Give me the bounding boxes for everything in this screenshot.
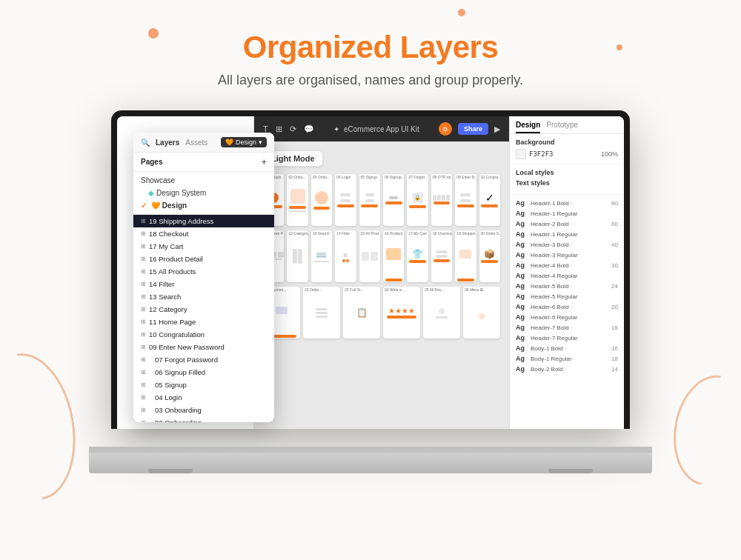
layer-item-signup-filled[interactable]: ⊞ 06 Signup Filled bbox=[133, 366, 274, 379]
style-row: AgBody-1 Bold ·16 bbox=[516, 343, 618, 353]
toolbar-right: D Share ▶ bbox=[439, 122, 500, 136]
layer-item-all-products[interactable]: ⊞ 15 All Products bbox=[133, 265, 274, 278]
layer-item-login[interactable]: ⊞ 04 Login bbox=[133, 391, 274, 404]
pages-label: Pages bbox=[141, 158, 162, 166]
layer-grid-icon: ⊞ bbox=[141, 356, 146, 363]
dot-decoration-2 bbox=[458, 9, 465, 16]
screen-thumb: 06 Signup... bbox=[383, 174, 404, 226]
pages-row: Pages + bbox=[133, 153, 274, 172]
layer-grid-icon: ⊞ bbox=[141, 319, 146, 325]
present-icon[interactable]: ▶ bbox=[494, 124, 500, 134]
screen-thumb: 07 Forgot... 🔒 bbox=[407, 174, 428, 226]
pages-list: Showcase ◆Design System ✓ 🧡Design bbox=[133, 172, 274, 215]
laptop-wrapper: T ⊞ ⟳ 💬 ✦ eCommerce App UI Kit bbox=[89, 110, 652, 473]
floating-layers-panel: 🔍 Layers Assets 🧡 Design ▾ Pages + Showc… bbox=[133, 133, 274, 422]
layer-grid-icon: ⊞ bbox=[141, 293, 146, 300]
design-tab[interactable]: 🧡 Design ▾ bbox=[221, 137, 267, 147]
screen-thumb: 05 Signup bbox=[359, 174, 380, 226]
layer-item-product-detail[interactable]: ⊞ 16 Product Detail bbox=[133, 253, 274, 265]
shape-icon[interactable]: ⟳ bbox=[290, 124, 296, 134]
layer-item-homepage[interactable]: ⊞ 11 Home Page bbox=[133, 316, 274, 328]
tab-prototype[interactable]: Prototype bbox=[546, 121, 578, 133]
style-row: AgHeader-1 Bold ·80 bbox=[516, 198, 618, 208]
laptop-foot-left bbox=[148, 469, 193, 473]
add-page-button[interactable]: + bbox=[261, 156, 267, 167]
screen-thumb: 17 My Cart 👕 bbox=[407, 230, 428, 282]
layer-grid-icon: ⊞ bbox=[141, 369, 146, 376]
screen-thumb: 12 Category bbox=[287, 230, 308, 282]
local-styles-label: Local styles bbox=[516, 169, 618, 176]
style-row: AgHeader-6 Regular bbox=[516, 312, 618, 322]
style-row: AgHeader-5 Regular bbox=[516, 291, 618, 301]
style-row: AgHeader-7 Bold ·18 bbox=[516, 322, 618, 333]
screens-row-3: 21 Paymen... 22 Order... bbox=[263, 287, 500, 339]
laptop-area: T ⊞ ⟳ 💬 ✦ eCommerce App UI Kit bbox=[0, 110, 741, 473]
layer-item-category[interactable]: ⊞ 12 Category bbox=[133, 303, 274, 316]
screen-thumb: 03 Onbo... bbox=[311, 174, 332, 226]
layer-item-forgot[interactable]: ⊞ 07 Forgot Password bbox=[133, 353, 274, 366]
layer-item-cart[interactable]: ⊞ 17 My Cart bbox=[133, 240, 274, 253]
style-row: AgHeader-4 Regular bbox=[516, 270, 618, 281]
layer-grid-icon: ⊞ bbox=[141, 331, 146, 338]
layers-list: ⊞ 19 Shipping Address ⊞ 18 Checkout ⊞ 17… bbox=[133, 215, 274, 422]
toolbar-left: T ⊞ ⟳ 💬 bbox=[263, 124, 314, 134]
layers-tab-assets[interactable]: Assets bbox=[185, 139, 207, 147]
style-row: AgHeader-4 Bold ·30 bbox=[516, 260, 618, 270]
text-styles-label: Text styles bbox=[516, 179, 618, 187]
style-row: AgBody-1 Regular ·18 bbox=[516, 353, 618, 364]
layer-grid-icon: ⊞ bbox=[141, 407, 146, 413]
style-row: AgBody-2 Bold ·14 bbox=[516, 364, 618, 374]
design-panel-tabs: Design Prototype bbox=[510, 116, 624, 134]
dot-decoration-1 bbox=[148, 28, 159, 39]
style-row: AgHeader-3 Regular bbox=[516, 250, 618, 260]
layer-item-search[interactable]: ⊞ 13 Search bbox=[133, 290, 274, 303]
page-item-design-system[interactable]: ◆Design System bbox=[133, 187, 274, 199]
layer-grid-icon: ⊞ bbox=[141, 256, 146, 262]
layer-item-onboarding1[interactable]: ⊞ 03 Onboarding bbox=[133, 404, 274, 416]
frame-icon[interactable]: ⊞ bbox=[276, 124, 282, 134]
layer-item-shipping[interactable]: ⊞ 19 Shipping Address bbox=[133, 215, 274, 227]
style-row: AgHeader-7 Regular bbox=[516, 333, 618, 343]
screen-thumb: 20 Order S... 📦 bbox=[479, 230, 500, 282]
layer-item-signup[interactable]: ⊞ 05 Signup bbox=[133, 379, 274, 391]
bg-color-swatch[interactable] bbox=[516, 149, 526, 159]
layer-item-new-password[interactable]: ⊞ 09 Enter New Password bbox=[133, 341, 274, 353]
style-row: AgHeader-3 Bold ·40 bbox=[516, 239, 618, 250]
layer-item-filter[interactable]: ⊞ 14 Filter bbox=[133, 278, 274, 290]
layer-item-checkout[interactable]: ⊞ 18 Checkout bbox=[133, 227, 274, 240]
design-label: Design bbox=[236, 139, 256, 146]
screen-thumb: 16 Product... bbox=[383, 230, 404, 282]
comment-icon[interactable]: 💬 bbox=[304, 124, 314, 134]
screens-row-2: 11 Home P... bbox=[263, 230, 500, 282]
layer-item-onboarding2[interactable]: ⊞ 02 Onboarding bbox=[133, 416, 274, 422]
screen-thumb: 23 Full Or... 📋 bbox=[343, 287, 380, 339]
screen-thumb: 02 Onbo... bbox=[287, 174, 308, 226]
share-button[interactable]: Share bbox=[458, 123, 488, 135]
layer-grid-icon: ⊞ bbox=[141, 230, 146, 237]
text-styles-list: AgHeader-1 Bold ·80 AgHeader-1 Regular A… bbox=[510, 195, 624, 377]
style-row: AgHeader-6 Bold ·20 bbox=[516, 301, 618, 312]
page-item-showcase[interactable]: Showcase bbox=[133, 174, 274, 187]
canvas-content: Light Mode 01 Splash bbox=[254, 141, 509, 352]
layers-tab-active[interactable]: Layers bbox=[156, 139, 179, 147]
style-row: AgHeader-1 Regular bbox=[516, 208, 618, 219]
screen-thumb: 13 Search ⌨️ bbox=[311, 230, 332, 282]
bg-color-row: F3F2F3 100% bbox=[516, 149, 618, 159]
screen-thumb: 10 Congra... ✓ bbox=[479, 174, 500, 226]
style-row: AgHeader-5 Bold ·24 bbox=[516, 281, 618, 291]
screen-thumb: 09 Enter N... bbox=[455, 174, 476, 226]
layer-item-congrat[interactable]: ⊞ 10 Congratulation bbox=[133, 328, 274, 341]
screen-thumb: 04 Login bbox=[335, 174, 356, 226]
design-emoji: 🧡 bbox=[225, 139, 233, 146]
laptop-foot-right bbox=[548, 469, 593, 473]
screen-thumb: 08 OTP Ve... bbox=[431, 174, 452, 226]
user-avatar: D bbox=[439, 122, 452, 136]
tab-design[interactable]: Design bbox=[516, 121, 540, 133]
layer-grid-icon: ⊞ bbox=[141, 243, 146, 250]
layer-grid-icon: ⊞ bbox=[141, 306, 146, 313]
bg-opacity: 100% bbox=[601, 150, 618, 158]
local-styles-section: Local styles Text styles bbox=[510, 164, 624, 195]
layers-search-icon[interactable]: 🔍 bbox=[141, 139, 150, 147]
main-title: Organized Layers bbox=[0, 30, 741, 65]
page-item-design[interactable]: ✓ 🧡Design bbox=[133, 199, 274, 212]
